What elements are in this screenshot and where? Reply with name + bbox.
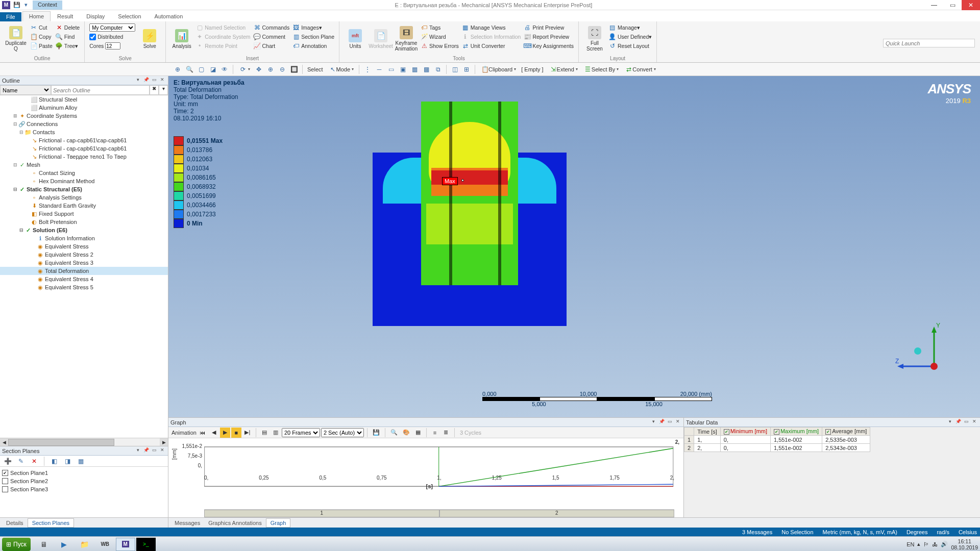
- tray-sound-icon[interactable]: 🔊: [941, 541, 948, 547]
- tags-button[interactable]: 🏷Tags: [419, 23, 460, 32]
- anim-export-icon[interactable]: 💾: [371, 428, 382, 438]
- anim-mode1-icon[interactable]: ▤: [259, 428, 270, 438]
- zoom-icon[interactable]: 🔍: [184, 64, 195, 74]
- slider-seg-1[interactable]: 1: [204, 510, 439, 517]
- key-assign-button[interactable]: ⌨Key Assignments: [522, 41, 575, 51]
- tab-automation[interactable]: Automation: [148, 11, 190, 21]
- outline-item[interactable]: ◉Equivalent Stress 4: [0, 275, 168, 283]
- reset-layout-button[interactable]: ↺Reset Layout: [607, 41, 653, 51]
- tab-graph[interactable]: Graph: [266, 518, 291, 528]
- sp-view2-icon[interactable]: ◨: [62, 456, 73, 466]
- graph-y1-icon[interactable]: ≡: [430, 428, 440, 438]
- frames-select[interactable]: 20 Frames: [282, 428, 320, 437]
- user-defined-button[interactable]: 👤User Defined▾: [607, 32, 653, 41]
- col-min[interactable]: Minimum [mm]: [720, 428, 770, 436]
- chart-button[interactable]: 📈Chart: [252, 41, 291, 51]
- tab-section-planes[interactable]: Section Planes: [28, 518, 74, 528]
- tabular-grid[interactable]: Time [s] Minimum [mm] Maximum [mm] Avera…: [684, 427, 980, 517]
- outline-item[interactable]: ◉Equivalent Stress: [0, 242, 168, 251]
- outline-item[interactable]: ◉Equivalent Stress 3: [0, 259, 168, 267]
- pick-vertex-icon[interactable]: ⋮: [362, 64, 373, 74]
- gp-drop[interactable]: ▾: [650, 419, 657, 426]
- tab-selection[interactable]: Selection: [111, 11, 148, 21]
- sp-pin-icon[interactable]: 📌: [142, 447, 150, 455]
- section-plane-item[interactable]: ✔Section Plane1: [2, 469, 166, 477]
- zoom-in-icon[interactable]: ⊕: [265, 64, 276, 74]
- outline-item[interactable]: ▫Analysis Settings: [0, 193, 168, 202]
- taskbar-wb-icon[interactable]: WB: [95, 538, 115, 551]
- quick-launch-input[interactable]: [883, 39, 975, 47]
- mode-dropdown[interactable]: ↖Mode: [326, 64, 357, 74]
- outline-hscroll[interactable]: ◀▶: [0, 438, 168, 446]
- report-preview-button[interactable]: 📰Report Preview: [522, 32, 575, 41]
- start-button[interactable]: ⊞ Пуск: [2, 538, 31, 551]
- sp-view1-icon[interactable]: ◧: [48, 456, 60, 466]
- wizard-button[interactable]: 🪄Wizard: [419, 32, 460, 41]
- show-errors-button[interactable]: ⚠Show Errors: [419, 41, 460, 51]
- units-button[interactable]: mftUnits: [342, 23, 368, 55]
- tray-clock[interactable]: 16:1108.10.2019: [951, 538, 978, 550]
- orientation-triad[interactable]: Y Z: [893, 320, 949, 377]
- outline-item[interactable]: ⬇Standard Earth Gravity: [0, 202, 168, 210]
- taskbar-cmd-icon[interactable]: >_: [136, 538, 156, 551]
- anim-play-icon[interactable]: ▶: [220, 428, 230, 438]
- section-plane-button[interactable]: ▥Section Plane: [291, 32, 336, 41]
- context-tab[interactable]: Context: [33, 1, 62, 10]
- tab-display[interactable]: Display: [80, 11, 111, 21]
- outline-item[interactable]: ◉Total Deformation: [0, 267, 168, 275]
- box-icon[interactable]: ▢: [195, 64, 207, 74]
- analysis-button[interactable]: 📊Analysis: [169, 23, 194, 55]
- unit-converter-button[interactable]: ⇄Unit Converter: [460, 41, 523, 51]
- td-drop[interactable]: ▾: [946, 419, 953, 426]
- panel-close-icon[interactable]: ✕: [159, 77, 166, 84]
- outline-item[interactable]: ▫Contact Sizing: [0, 169, 168, 177]
- solve-button[interactable]: ⚡Solve: [137, 23, 162, 55]
- tab-result[interactable]: Result: [51, 11, 80, 21]
- pick-elem-icon[interactable]: ▩: [421, 64, 432, 74]
- minimize-button[interactable]: —: [925, 0, 943, 10]
- look-icon[interactable]: 👁: [219, 64, 230, 74]
- qa-dropdown-icon[interactable]: ▾: [22, 2, 30, 9]
- outline-tree[interactable]: ⬜Structural Steel⬜Aluminum Alloy⊞✦Coordi…: [0, 95, 168, 438]
- graph-y2-icon[interactable]: ≣: [441, 428, 451, 438]
- status-messages[interactable]: 3 Messages: [742, 529, 772, 535]
- outline-item[interactable]: ↘Frictional - cap-capb61\cap-capb61: [0, 144, 168, 153]
- gp-win[interactable]: ▭: [666, 419, 673, 426]
- graph-legend-icon[interactable]: 🎨: [401, 428, 412, 438]
- iso-icon[interactable]: ◪: [207, 64, 218, 74]
- select-by-dropdown[interactable]: ☰Select By: [581, 64, 621, 74]
- sp-add-icon[interactable]: ➕: [2, 456, 13, 466]
- col-time[interactable]: Time [s]: [694, 428, 721, 436]
- cores-field[interactable]: Cores: [88, 41, 137, 51]
- clipboard-dropdown[interactable]: 📋Clipboard: [478, 64, 519, 74]
- sp-close-icon[interactable]: ✕: [159, 447, 166, 455]
- keyframe-button[interactable]: 🎞Keyframe Animation: [394, 23, 419, 55]
- outline-item[interactable]: ◧Fixed Support: [0, 210, 168, 218]
- outline-item[interactable]: ◐Bolt Pretension: [0, 218, 168, 226]
- panel-window-icon[interactable]: ▭: [151, 77, 158, 84]
- pick-edge-icon[interactable]: ─: [374, 64, 385, 74]
- sp-delete-icon[interactable]: ✕: [29, 456, 40, 466]
- td-win[interactable]: ▭: [963, 419, 970, 426]
- section-plane-item[interactable]: Section Plane2: [2, 477, 166, 485]
- copy-button[interactable]: 📋Copy: [29, 32, 54, 41]
- manage-layout-button[interactable]: ▤Manage▾: [607, 23, 653, 32]
- graph-grid-icon[interactable]: ▦: [413, 428, 423, 438]
- table-row[interactable]: 22,0,1,551e-0022,5343e-003: [684, 444, 870, 452]
- file-tab[interactable]: File: [0, 12, 21, 21]
- anim-first-icon[interactable]: ⏮: [198, 428, 208, 438]
- images-button[interactable]: 🖼Images▾: [291, 23, 336, 32]
- graph-canvas[interactable]: 2, 1,551e-2 7,5e-3 0, [mm]: [168, 438, 683, 517]
- outline-search-input[interactable]: [51, 85, 150, 95]
- panel-pin-icon[interactable]: 📌: [142, 77, 150, 84]
- tab-annotations[interactable]: Graphics Annotations: [204, 519, 266, 527]
- outline-filter-select[interactable]: Name: [0, 85, 51, 95]
- tray-up-icon[interactable]: ▴: [917, 541, 920, 547]
- outline-item[interactable]: ◉Equivalent Stress 2: [0, 251, 168, 259]
- gp-pin[interactable]: 📌: [658, 419, 665, 426]
- duplicate-button[interactable]: 📄Duplicate Q: [3, 23, 29, 55]
- tree-button[interactable]: 🌳Tree▾: [54, 41, 81, 51]
- table-row[interactable]: 11,0,1,551e-0022,5335e-003: [684, 436, 870, 444]
- extend-dropdown[interactable]: ⇲Extend: [546, 64, 580, 74]
- outline-item[interactable]: ⊞✦Coordinate Systems: [0, 112, 168, 120]
